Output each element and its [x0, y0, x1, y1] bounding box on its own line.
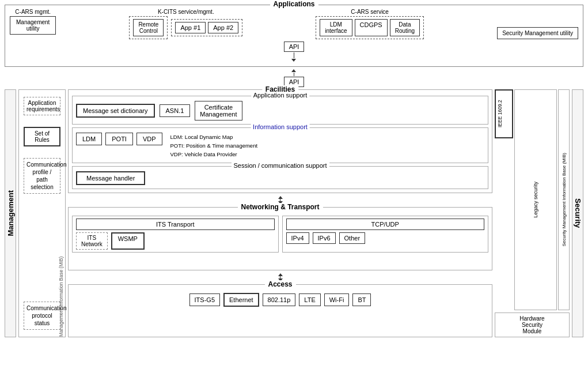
access-section: Access ITS-G5 Ethernet 802.11p LTE Wi-Fi… — [68, 284, 492, 337]
access-label: Access — [264, 280, 295, 288]
security-mib-label: Security Management Information Base (MI… — [562, 153, 567, 246]
ipv6-box: IPv6 — [313, 232, 336, 244]
ldm-box: LDM — [76, 133, 102, 145]
remote-control-group: Remote Control — [129, 16, 168, 39]
info-support-boxes: LDM POTI VDP — [76, 133, 162, 145]
vdp-box: VDP — [136, 133, 162, 145]
app-group: App #1 App #2 — [171, 19, 242, 36]
app-support-boxes: Message set dictionary ASN.1 Certificate… — [76, 101, 484, 121]
security-label-text: Security — [574, 198, 582, 228]
app-support-section: Application support Message set dictiona… — [72, 96, 488, 125]
api-area: API — [10, 42, 578, 62]
right-top-area: IEEE 1609.2 Legacy security Security Man… — [495, 89, 570, 310]
access-boxes: ITS-G5 Ethernet 802.11p LTE Wi-Fi BT — [72, 293, 488, 307]
app2-box: App #2 — [208, 22, 238, 33]
legacy-security-label: Legacy security — [533, 182, 538, 218]
remote-control-box: Remote Control — [133, 19, 164, 36]
wsmp-box: WSMP — [111, 232, 145, 250]
diagram: { "title": "ITS Architecture Diagram", "… — [0, 0, 588, 384]
bt-box: BT — [352, 293, 371, 306]
session-support-label: Session / communication support — [231, 162, 329, 169]
info-legend: LDM: Local Dynamic Map POTI: Position & … — [170, 133, 258, 159]
main-lower: Management Management Information Base (… — [5, 89, 583, 337]
ieee-column: IEEE 1609.2 — [495, 89, 513, 310]
message-set-dict-box: Message set dictionary — [76, 104, 155, 118]
communication-profile-box: Communication profile / path selection — [24, 158, 60, 194]
security-utility-box: Security Management utility — [497, 27, 578, 39]
session-boxes: Message handler — [76, 171, 484, 185]
k-cits-group: K-CITS service/mgmt. Remote Control App … — [129, 9, 242, 39]
ipv4-box: IPv4 — [286, 232, 309, 244]
facilities-section: Facilities Application support Message s… — [68, 89, 492, 193]
message-handler-box: Message handler — [76, 171, 145, 185]
application-requirements-box: Application requirements — [24, 97, 60, 115]
management-label-bar: Management — [5, 89, 16, 337]
ieee1609-label: IEEE 1609.2 — [496, 91, 504, 137]
app1-box: App #1 — [175, 22, 206, 33]
ldm-interface-box: LDM interface — [320, 19, 352, 36]
k-cits-label: K-CITS service/mgmt. — [158, 9, 214, 15]
c-ars-service-label: C-ARS service — [351, 9, 389, 15]
set-of-rules-box: Set of Rules — [24, 127, 60, 146]
c-ars-service-boxes: LDM interface CDGPS Data Routing — [316, 16, 424, 39]
net-left-group: ITS Transport ITS Network WSMP — [72, 216, 279, 253]
ieee1609-box: IEEE 1609.2 — [495, 89, 513, 138]
certificate-mgmt-box: Certificate Management — [195, 101, 242, 121]
other-box: Other — [339, 232, 366, 244]
its-g5-box: ITS-G5 — [189, 293, 220, 306]
c-ars-service-group: C-ARS service LDM interface CDGPS Data R… — [316, 9, 424, 39]
net-left-row2: ITS Network WSMP — [76, 232, 275, 250]
net-right-row2: IPv4 IPv6 Other — [286, 232, 485, 244]
app-support-label: Application support — [251, 92, 310, 99]
dot11p-box: 802.11p — [263, 293, 296, 306]
session-support-section: Session / communication support Message … — [72, 166, 488, 189]
center-section: Facilities Application support Message s… — [68, 89, 492, 337]
security-label-bar: Security — [572, 89, 583, 337]
poti-box: POTI — [105, 133, 133, 145]
wifi-box: Wi-Fi — [324, 293, 350, 306]
lte-box: LTE — [299, 293, 320, 306]
info-support-section: Information support LDM POTI VDP LDM: Lo… — [72, 127, 488, 163]
cdgps-box: CDGPS — [355, 19, 388, 36]
mib-left-section: Management Information Base (MIB) Applic… — [18, 89, 66, 337]
c-ars-mgmt-label: C-ARS mgmt. — [15, 9, 51, 15]
communication-protocol-status-box: Communication protocol status — [24, 302, 60, 330]
info-support-row: LDM POTI VDP LDM: Local Dynamic Map POTI… — [76, 133, 484, 159]
info-support-label: Information support — [251, 123, 310, 130]
asn1-box: ASN.1 — [160, 104, 191, 117]
api-bottom-area: API — [5, 69, 583, 87]
data-routing-box: Data Routing — [390, 19, 420, 36]
management-label-text: Management — [6, 190, 15, 236]
api-top: API — [284, 42, 305, 52]
ethernet-box: Ethernet — [223, 293, 259, 307]
net-right-group: TCP/UDP IPv4 IPv6 Other — [282, 216, 489, 253]
applications-section: Applications C-ARS mgmt. Management util… — [5, 5, 583, 67]
its-network-box: ITS Network — [76, 232, 108, 250]
mib-boxes: Application requirements Set of Rules Co… — [24, 97, 60, 194]
networking-rows: ITS Transport ITS Network WSMP TCP/UDP I… — [72, 216, 488, 253]
right-panel: IEEE 1609.2 Legacy security Security Man… — [495, 89, 570, 337]
applications-label: Applications — [270, 0, 318, 8]
c-ars-mgmt-group: C-ARS mgmt. Management utility — [10, 9, 56, 35]
its-transport-box: ITS Transport — [76, 219, 275, 230]
tcp-udp-box: TCP/UDP — [286, 219, 485, 230]
management-utility-box: Management utility — [10, 16, 56, 35]
hardware-security-box: Hardware Security Module — [495, 313, 570, 337]
mib-left-label: Management Information Base (MIB) — [58, 90, 64, 337]
legacy-security-bar: Legacy security — [514, 89, 557, 310]
security-mib-bar: Security Management Information Base (MI… — [558, 89, 570, 310]
networking-section: Networking & Transport ITS Transport ITS… — [68, 207, 492, 270]
networking-label: Networking & Transport — [237, 203, 323, 211]
